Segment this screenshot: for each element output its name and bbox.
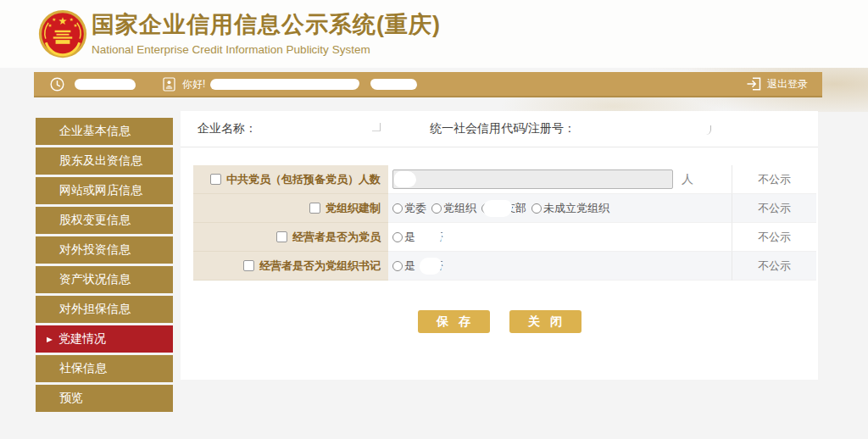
- redacted-datetime: [75, 79, 136, 90]
- greeting-label: 你好!: [182, 77, 205, 92]
- sidebar-item-label: 网站或网店信息: [59, 183, 142, 198]
- radio-option-label: 是: [404, 258, 415, 274]
- logout-button[interactable]: 退出登录: [746, 77, 808, 92]
- field-label-cell: 经营者是否为党组织书记: [193, 252, 388, 281]
- form-actions: 保 存 关 闭: [181, 310, 818, 333]
- app-subtitle: National Enterprise Credit Information P…: [92, 43, 441, 56]
- field-label-cell: 党组织建制: [193, 194, 388, 223]
- redacted-text-fragment: [372, 123, 381, 131]
- field-label: 经营者是否为党组织书记: [259, 258, 381, 274]
- sidebar-item-guarantee[interactable]: ▶ 对外担保信息: [36, 296, 173, 323]
- company-name-label: 企业名称：: [198, 121, 257, 136]
- field-value-cell: 人: [388, 165, 732, 194]
- sidebar-item-investment[interactable]: ▶ 对外投资信息: [36, 236, 173, 264]
- checkbox[interactable]: [309, 203, 320, 214]
- sidebar-item-label: 预览: [59, 391, 83, 406]
- sidebar-item-label: 股东及出资信息: [59, 153, 142, 169]
- field-label: 党组织建制: [326, 201, 381, 216]
- page: { "header": { "title": "国家企业信用信息公示系统(重庆)…: [0, 0, 868, 439]
- svg-text:★: ★: [52, 17, 56, 22]
- sidebar-item-label: 企业基本信息: [59, 124, 131, 139]
- app-title: 国家企业信用信息公示系统(重庆): [92, 9, 441, 40]
- china-national-emblem-icon: ★ ★ ★ ★ ★: [37, 8, 88, 60]
- radio-option-是[interactable]: 是: [392, 258, 415, 274]
- sidebar-nav: ▶ 企业基本信息 ▶ 股东及出资信息 ▶ 网站或网店信息 ▶ 股权变更信息 ▶ …: [36, 118, 173, 414]
- user-toolbar: 你好! 退出登录: [34, 72, 822, 97]
- radio-option-是[interactable]: 是: [392, 230, 415, 245]
- svg-text:★: ★: [58, 15, 68, 27]
- sidebar-item-equity-change[interactable]: ▶ 股权变更信息: [36, 207, 173, 234]
- sidebar-item-label: 党建情况: [58, 331, 106, 347]
- clock-icon: [50, 77, 64, 92]
- title-block: 国家企业信用信息公示系统(重庆) National Enterprise Cre…: [92, 9, 441, 56]
- sidebar-item-website[interactable]: ▶ 网站或网店信息: [36, 177, 173, 204]
- radio-option-label: 党组织: [443, 201, 476, 216]
- radio-option-未成立党组织[interactable]: 未成立党组织: [531, 201, 609, 216]
- header: ★ ★ ★ ★ ★ 国家企业信用信息公示系统(重庆) National Ente…: [0, 0, 868, 68]
- radio-circle-icon: [392, 203, 403, 214]
- radio-option-label: 党委: [404, 201, 426, 216]
- checkbox[interactable]: [243, 260, 254, 271]
- publicity-status: 不公示: [732, 194, 816, 223]
- redaction-blob: [483, 200, 512, 217]
- sidebar-item-label: 股权变更信息: [59, 213, 131, 228]
- redaction-blob: [394, 171, 416, 187]
- sidebar-item-basic-info[interactable]: ▶ 企业基本信息: [36, 118, 173, 145]
- sidebar-item-assets[interactable]: ▶ 资产状况信息: [36, 266, 173, 293]
- radio-option-label: 是: [404, 230, 415, 245]
- field-label-cell: 中共党员（包括预备党员）人数: [193, 165, 388, 194]
- form-row-party-org-structure: 党组织建制 党委党组织党支部未成立党组织 不公示: [193, 194, 816, 223]
- radio-option-党委[interactable]: 党委: [392, 201, 426, 216]
- field-value-cell: 是否: [388, 252, 732, 281]
- redacted-user-info: [370, 79, 417, 90]
- sidebar-item-label: 社保信息: [59, 361, 107, 376]
- close-button[interactable]: 关 闭: [509, 310, 581, 333]
- radio-circle-icon: [531, 203, 542, 214]
- logout-icon: [746, 77, 761, 91]
- redacted-company-name: [257, 122, 384, 136]
- field-value-cell: 是否: [388, 223, 732, 252]
- field-label: 中共党员（包括预备党员）人数: [226, 172, 381, 187]
- radio-circle-icon: [431, 203, 442, 214]
- save-button[interactable]: 保 存: [418, 310, 490, 333]
- company-info-bar: 企业名称： 统一社会信用代码/注册号：: [181, 111, 818, 147]
- sidebar-item-label: 对外投资信息: [59, 242, 131, 258]
- logout-label: 退出登录: [767, 77, 808, 92]
- redaction-blob: [420, 229, 442, 246]
- unit-label: 人: [682, 172, 693, 187]
- form-row-party-members-count: 中共党员（包括预备党员）人数 人 不公示: [193, 165, 816, 194]
- publicity-status: 不公示: [732, 223, 816, 252]
- form-row-operator-is-party-secretary: 经营者是否为党组织书记 是否 不公示: [193, 252, 816, 281]
- radio-option-党组织[interactable]: 党组织: [431, 201, 476, 216]
- form-row-operator-is-party-member: 经营者是否为党员 是否 不公示: [193, 223, 816, 252]
- sidebar-item-label: 资产状况信息: [59, 272, 131, 287]
- redacted-company-name: [210, 79, 359, 90]
- svg-text:★: ★: [70, 17, 74, 22]
- sidebar-item-preview[interactable]: ▶ 预览: [36, 385, 173, 412]
- radio-circle-icon: [392, 232, 403, 242]
- party-members-count-input[interactable]: [392, 169, 673, 189]
- redaction-blob: [420, 258, 442, 275]
- sidebar-item-label: 对外担保信息: [59, 302, 131, 317]
- field-value-cell: 党委党组织党支部未成立党组织: [388, 194, 732, 223]
- radio-circle-icon: [392, 261, 403, 271]
- radio-option-label: 未成立党组织: [543, 201, 609, 216]
- id-badge-icon: [163, 77, 175, 92]
- publicity-status: 不公示: [732, 165, 816, 194]
- redacted-text-fragment: [704, 125, 711, 135]
- publicity-status: 不公示: [732, 252, 816, 281]
- main-panel: 企业名称： 统一社会信用代码/注册号： 中共党员（包括预备党员）人数 人 不公示…: [181, 111, 818, 380]
- credit-code-label: 统一社会信用代码/注册号：: [430, 121, 576, 136]
- party-members-count-input-wrap: [392, 169, 673, 189]
- party-building-form-table: 中共党员（包括预备党员）人数 人 不公示 党组织建制 党委党组织党支部未成立党组…: [193, 165, 816, 281]
- redacted-credit-code: [579, 122, 715, 136]
- field-label: 经营者是否为党员: [292, 230, 381, 245]
- sidebar-item-party-building[interactable]: ▶ 党建情况: [36, 325, 173, 353]
- active-arrow-icon: ▶: [47, 336, 53, 343]
- checkbox[interactable]: [210, 174, 221, 185]
- sidebar-item-social-security[interactable]: ▶ 社保信息: [36, 355, 173, 382]
- sidebar-item-shareholders[interactable]: ▶ 股东及出资信息: [36, 147, 173, 175]
- field-label-cell: 经营者是否为党员: [193, 223, 388, 252]
- checkbox[interactable]: [276, 231, 287, 242]
